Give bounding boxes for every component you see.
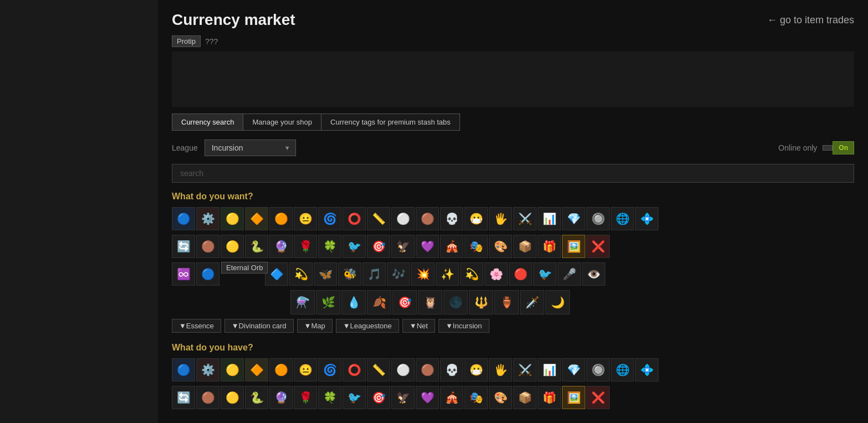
currency-cell[interactable]: 📦 (513, 235, 537, 258)
currency-cell[interactable]: 🐝 (338, 262, 361, 286)
currency-cell[interactable]: 🌹 (294, 235, 317, 258)
currency-cell-eternal-orb[interactable]: 🔵 Eternal Orb (196, 262, 219, 286)
toggle-off-part[interactable] (823, 145, 833, 151)
currency-cell[interactable]: 🦅 (391, 386, 415, 409)
currency-cell[interactable]: 😐 (294, 358, 317, 381)
currency-cell[interactable]: 💫 (460, 262, 483, 286)
currency-cell[interactable]: ⚪ (391, 207, 415, 230)
currency-cell[interactable]: 🎯 (392, 290, 417, 314)
currency-cell[interactable]: 🎭 (464, 386, 488, 409)
currency-cell[interactable]: 💀 (440, 358, 463, 381)
currency-cell[interactable]: 😷 (464, 207, 488, 230)
currency-cell[interactable]: 🎨 (489, 386, 512, 409)
league-select-wrapper[interactable]: IncursionStandardHardcoreHardcore Incurs… (205, 140, 296, 156)
currency-cell[interactable]: 🏺 (494, 290, 519, 314)
currency-cell[interactable]: 💎 (562, 207, 585, 230)
currency-cell[interactable]: 🟤 (416, 358, 439, 381)
currency-cell[interactable]: 💠 (635, 207, 658, 230)
filter-net[interactable]: ▼Net (402, 319, 435, 333)
currency-cell[interactable]: 🟡 (221, 386, 244, 409)
currency-cell[interactable]: 🌑 (443, 290, 468, 314)
currency-cell[interactable]: 🎯 (367, 386, 390, 409)
currency-cell[interactable]: 🌸 (484, 262, 508, 286)
currency-cell[interactable]: 🌐 (611, 358, 634, 381)
currency-cell[interactable]: 🌙 (545, 290, 570, 314)
currency-cell[interactable]: 🌀 (318, 207, 341, 230)
currency-cell[interactable]: 💥 (411, 262, 435, 286)
currency-cell[interactable]: 🖼️ (562, 386, 585, 409)
currency-cell[interactable]: 🍀 (318, 386, 341, 409)
currency-cell[interactable]: 💜 (416, 386, 439, 409)
currency-cell[interactable]: 🎤 (558, 262, 581, 286)
search-input[interactable] (172, 164, 854, 183)
currency-cell[interactable]: 🔮 (269, 235, 293, 258)
currency-cell[interactable]: 🌀 (318, 358, 341, 381)
currency-cell[interactable]: ⚔️ (513, 358, 537, 381)
currency-cell[interactable]: ❌ (586, 386, 610, 409)
currency-cell[interactable]: 🎁 (538, 235, 561, 258)
currency-cell[interactable]: 🎶 (387, 262, 410, 286)
currency-cell[interactable]: 💎 (562, 358, 585, 381)
currency-cell[interactable]: 💫 (289, 262, 313, 286)
filter-divination[interactable]: ▼Divination card (224, 319, 294, 333)
currency-cell[interactable]: ⚙️ (196, 358, 219, 381)
currency-cell[interactable]: 🦋 (314, 262, 337, 286)
league-select[interactable]: IncursionStandardHardcoreHardcore Incurs… (205, 140, 296, 156)
currency-cell[interactable]: 🟡 (221, 235, 244, 258)
filter-leaguestone[interactable]: ▼Leaguestone (336, 319, 399, 333)
currency-cell[interactable]: 🔮 (269, 386, 293, 409)
currency-cell[interactable]: 🦉 (418, 290, 442, 314)
currency-cell[interactable]: 🔘 (586, 207, 610, 230)
currency-cell[interactable]: 🟤 (196, 386, 219, 409)
online-toggle[interactable]: On (823, 141, 854, 154)
currency-cell[interactable]: ⚪ (391, 358, 415, 381)
currency-cell[interactable]: 🔘 (586, 358, 610, 381)
currency-cell[interactable]: 📊 (538, 207, 561, 230)
currency-cell[interactable]: 🦅 (391, 235, 415, 258)
currency-cell[interactable]: 🎪 (440, 235, 463, 258)
filter-map[interactable]: ▼Map (297, 319, 333, 333)
currency-cell[interactable]: 😷 (464, 358, 488, 381)
currency-cell[interactable]: 🌿 (316, 290, 340, 314)
currency-cell[interactable]: 💧 (341, 290, 366, 314)
currency-cell[interactable]: 🔄 (172, 386, 195, 409)
currency-cell[interactable]: 🌹 (294, 386, 317, 409)
currency-cell[interactable]: 🖐️ (489, 358, 512, 381)
tab-manage-shop[interactable]: Manage your shop (243, 114, 321, 130)
currency-cell[interactable]: 😐 (294, 207, 317, 230)
currency-cell[interactable]: 📏 (367, 207, 390, 230)
tab-currency-tags[interactable]: Currency tags for premium stash tabs (321, 114, 459, 130)
go-to-trades-link[interactable]: ← go to item trades (767, 14, 854, 26)
currency-cell[interactable]: 🖐️ (489, 207, 512, 230)
currency-cell[interactable]: 🔱 (469, 290, 493, 314)
currency-cell[interactable]: 🐍 (245, 386, 268, 409)
currency-cell[interactable]: 🟤 (196, 235, 219, 258)
currency-cell[interactable]: 💠 (635, 358, 658, 381)
currency-cell[interactable]: ❌ (586, 235, 610, 258)
currency-cell[interactable]: 🐦 (343, 235, 366, 258)
currency-cell[interactable]: 🌐 (611, 207, 634, 230)
currency-cell[interactable]: 🟠 (269, 358, 293, 381)
currency-cell[interactable]: ⚔️ (513, 207, 537, 230)
currency-cell[interactable]: 💜 (416, 235, 439, 258)
currency-cell[interactable]: 🎁 (538, 386, 561, 409)
toggle-on-part[interactable]: On (833, 141, 854, 154)
currency-cell[interactable]: 🎨 (489, 235, 512, 258)
currency-cell[interactable]: 🐍 (245, 235, 268, 258)
currency-cell[interactable]: 🟡 (221, 358, 244, 381)
currency-cell[interactable]: 📦 (513, 386, 537, 409)
currency-cell[interactable]: 🖼️ (562, 235, 585, 258)
currency-cell[interactable]: 🔶 (245, 358, 268, 381)
currency-cell[interactable]: ⭕ (343, 358, 366, 381)
currency-cell[interactable]: 🎯 (367, 235, 390, 258)
currency-cell[interactable]: 🟤 (416, 207, 439, 230)
currency-cell[interactable]: 🟠 (269, 207, 293, 230)
currency-cell[interactable]: 📊 (538, 358, 561, 381)
currency-cell[interactable]: 👁️ (582, 262, 605, 286)
currency-cell[interactable]: 🐦 (533, 262, 556, 286)
currency-cell[interactable]: 🔶 (245, 207, 268, 230)
currency-cell[interactable]: 🐦 (343, 386, 366, 409)
currency-cell[interactable]: 🎪 (440, 386, 463, 409)
currency-cell[interactable]: 🗡️ (520, 290, 544, 314)
currency-cell[interactable]: ⚗️ (290, 290, 315, 314)
